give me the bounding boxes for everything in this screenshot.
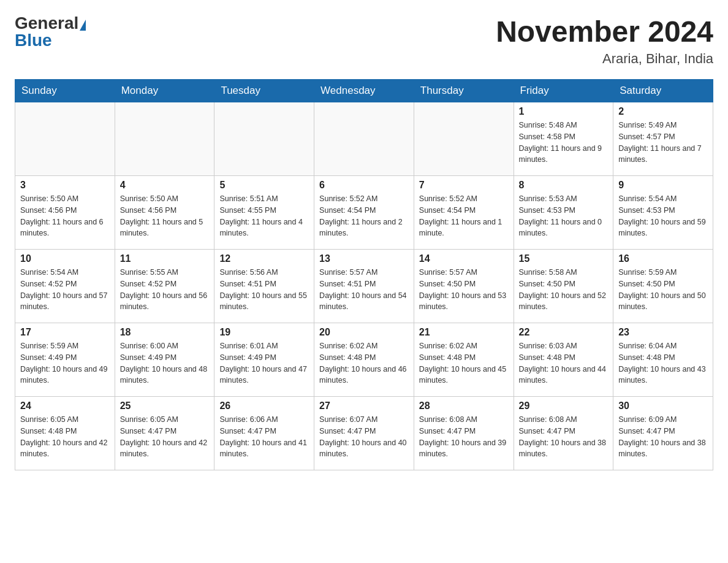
day-number: 23: [618, 327, 708, 338]
weekday-header-saturday: Saturday: [613, 80, 713, 102]
day-info: Sunrise: 5:53 AMSunset: 4:53 PMDaylight:…: [519, 193, 609, 239]
day-info: Sunrise: 6:01 AMSunset: 4:49 PMDaylight:…: [219, 340, 309, 386]
day-info: Sunrise: 5:59 AMSunset: 4:49 PMDaylight:…: [20, 340, 110, 386]
day-number: 1: [519, 106, 609, 117]
calendar-cell: 17Sunrise: 5:59 AMSunset: 4:49 PMDayligh…: [15, 323, 115, 397]
calendar-subtitle: Araria, Bihar, India: [496, 51, 713, 67]
day-info: Sunrise: 5:59 AMSunset: 4:50 PMDaylight:…: [618, 267, 708, 313]
day-info: Sunrise: 6:00 AMSunset: 4:49 PMDaylight:…: [120, 340, 210, 386]
day-number: 4: [120, 180, 210, 191]
day-number: 13: [319, 253, 409, 264]
calendar-table: SundayMondayTuesdayWednesdayThursdayFrid…: [15, 79, 713, 470]
calendar-cell: [314, 102, 414, 176]
day-number: 12: [219, 253, 309, 264]
day-number: 30: [618, 400, 708, 412]
calendar-cell: 19Sunrise: 6:01 AMSunset: 4:49 PMDayligh…: [214, 323, 314, 397]
weekday-header-sunday: Sunday: [15, 80, 115, 102]
day-info: Sunrise: 5:55 AMSunset: 4:52 PMDaylight:…: [120, 267, 210, 313]
day-info: Sunrise: 6:08 AMSunset: 4:47 PMDaylight:…: [419, 414, 509, 460]
day-info: Sunrise: 6:03 AMSunset: 4:48 PMDaylight:…: [519, 340, 609, 386]
day-number: 27: [319, 400, 409, 412]
calendar-cell: 16Sunrise: 5:59 AMSunset: 4:50 PMDayligh…: [613, 250, 713, 323]
logo-blue-text: Blue: [15, 31, 52, 50]
day-number: 2: [618, 106, 708, 117]
calendar-cell: 4Sunrise: 5:50 AMSunset: 4:56 PMDaylight…: [115, 176, 214, 250]
day-number: 20: [319, 327, 409, 338]
calendar-cell: [15, 102, 115, 176]
day-number: 9: [618, 180, 708, 191]
day-number: 26: [219, 400, 309, 412]
calendar-cell: 15Sunrise: 5:58 AMSunset: 4:50 PMDayligh…: [514, 250, 613, 323]
day-number: 15: [519, 253, 609, 264]
day-number: 17: [20, 327, 110, 338]
calendar-cell: 27Sunrise: 6:07 AMSunset: 4:47 PMDayligh…: [314, 397, 414, 470]
day-info: Sunrise: 5:50 AMSunset: 4:56 PMDaylight:…: [120, 193, 210, 239]
weekday-header-thursday: Thursday: [414, 80, 514, 102]
calendar-cell: [115, 102, 214, 176]
calendar-week-5: 24Sunrise: 6:05 AMSunset: 4:48 PMDayligh…: [15, 397, 713, 470]
calendar-cell: 3Sunrise: 5:50 AMSunset: 4:56 PMDaylight…: [15, 176, 115, 250]
calendar-week-2: 3Sunrise: 5:50 AMSunset: 4:56 PMDaylight…: [15, 176, 713, 250]
calendar-cell: 9Sunrise: 5:54 AMSunset: 4:53 PMDaylight…: [613, 176, 713, 250]
calendar-cell: 18Sunrise: 6:00 AMSunset: 4:49 PMDayligh…: [115, 323, 214, 397]
day-number: 22: [519, 327, 609, 338]
calendar-cell: 25Sunrise: 6:05 AMSunset: 4:47 PMDayligh…: [115, 397, 214, 470]
day-number: 21: [419, 327, 509, 338]
day-info: Sunrise: 6:07 AMSunset: 4:47 PMDaylight:…: [319, 414, 409, 460]
calendar-cell: 22Sunrise: 6:03 AMSunset: 4:48 PMDayligh…: [514, 323, 613, 397]
day-number: 5: [219, 180, 309, 191]
day-info: Sunrise: 6:02 AMSunset: 4:48 PMDaylight:…: [419, 340, 509, 386]
weekday-header-row: SundayMondayTuesdayWednesdayThursdayFrid…: [15, 80, 713, 102]
calendar-cell: 12Sunrise: 5:56 AMSunset: 4:51 PMDayligh…: [214, 250, 314, 323]
day-number: 18: [120, 327, 210, 338]
calendar-cell: 13Sunrise: 5:57 AMSunset: 4:51 PMDayligh…: [314, 250, 414, 323]
calendar-cell: 20Sunrise: 6:02 AMSunset: 4:48 PMDayligh…: [314, 323, 414, 397]
day-info: Sunrise: 5:54 AMSunset: 4:52 PMDaylight:…: [20, 267, 110, 313]
day-number: 11: [120, 253, 210, 264]
logo-line1: General: [15, 15, 86, 32]
calendar-cell: 21Sunrise: 6:02 AMSunset: 4:48 PMDayligh…: [414, 323, 514, 397]
day-info: Sunrise: 5:52 AMSunset: 4:54 PMDaylight:…: [419, 193, 509, 239]
day-number: 25: [120, 400, 210, 412]
day-info: Sunrise: 5:54 AMSunset: 4:53 PMDaylight:…: [618, 193, 708, 239]
day-number: 28: [419, 400, 509, 412]
day-info: Sunrise: 5:56 AMSunset: 4:51 PMDaylight:…: [219, 267, 309, 313]
logo-triangle-icon: [80, 20, 86, 31]
day-number: 7: [419, 180, 509, 191]
calendar-cell: 1Sunrise: 5:48 AMSunset: 4:58 PMDaylight…: [514, 102, 613, 176]
calendar-cell: 28Sunrise: 6:08 AMSunset: 4:47 PMDayligh…: [414, 397, 514, 470]
weekday-header-tuesday: Tuesday: [214, 80, 314, 102]
calendar-cell: 30Sunrise: 6:09 AMSunset: 4:47 PMDayligh…: [613, 397, 713, 470]
logo-general-text: General: [15, 13, 78, 33]
calendar-title: November 2024: [496, 15, 713, 48]
day-info: Sunrise: 5:57 AMSunset: 4:50 PMDaylight:…: [419, 267, 509, 313]
day-info: Sunrise: 6:09 AMSunset: 4:47 PMDaylight:…: [618, 414, 708, 460]
calendar-cell: 29Sunrise: 6:08 AMSunset: 4:47 PMDayligh…: [514, 397, 613, 470]
calendar-week-4: 17Sunrise: 5:59 AMSunset: 4:49 PMDayligh…: [15, 323, 713, 397]
day-info: Sunrise: 6:06 AMSunset: 4:47 PMDaylight:…: [219, 414, 309, 460]
day-info: Sunrise: 5:48 AMSunset: 4:58 PMDaylight:…: [519, 120, 609, 166]
day-number: 10: [20, 253, 110, 264]
day-info: Sunrise: 6:05 AMSunset: 4:47 PMDaylight:…: [120, 414, 210, 460]
day-info: Sunrise: 5:50 AMSunset: 4:56 PMDaylight:…: [20, 193, 110, 239]
calendar-cell: 23Sunrise: 6:04 AMSunset: 4:48 PMDayligh…: [613, 323, 713, 397]
day-info: Sunrise: 5:51 AMSunset: 4:55 PMDaylight:…: [219, 193, 309, 239]
logo-line2: Blue: [15, 32, 52, 49]
day-info: Sunrise: 6:04 AMSunset: 4:48 PMDaylight:…: [618, 340, 708, 386]
day-number: 14: [419, 253, 509, 264]
calendar-cell: 8Sunrise: 5:53 AMSunset: 4:53 PMDaylight…: [514, 176, 613, 250]
day-number: 3: [20, 180, 110, 191]
calendar-cell: 24Sunrise: 6:05 AMSunset: 4:48 PMDayligh…: [15, 397, 115, 470]
calendar-cell: 14Sunrise: 5:57 AMSunset: 4:50 PMDayligh…: [414, 250, 514, 323]
day-number: 19: [219, 327, 309, 338]
day-number: 6: [319, 180, 409, 191]
day-number: 24: [20, 400, 110, 412]
day-info: Sunrise: 6:05 AMSunset: 4:48 PMDaylight:…: [20, 414, 110, 460]
calendar-cell: 10Sunrise: 5:54 AMSunset: 4:52 PMDayligh…: [15, 250, 115, 323]
day-info: Sunrise: 6:02 AMSunset: 4:48 PMDaylight:…: [319, 340, 409, 386]
title-block: November 2024 Araria, Bihar, India: [496, 15, 713, 67]
calendar-cell: [414, 102, 514, 176]
day-number: 8: [519, 180, 609, 191]
day-info: Sunrise: 5:49 AMSunset: 4:57 PMDaylight:…: [618, 120, 708, 166]
calendar-cell: [214, 102, 314, 176]
